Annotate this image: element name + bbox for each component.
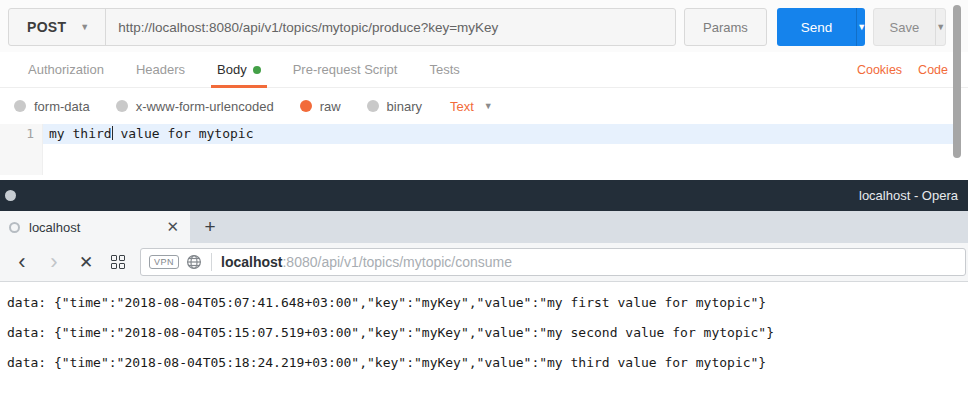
- request-url-input[interactable]: http://localhost:8080/api/v1/topics/myto…: [106, 9, 675, 45]
- radio-selected-icon: [300, 100, 312, 112]
- tab-authorization[interactable]: Authorization: [12, 52, 120, 88]
- window-title: localhost - Opera: [859, 188, 958, 203]
- opera-menu-icon[interactable]: [5, 190, 16, 201]
- radio-label: binary: [387, 99, 422, 114]
- send-button[interactable]: Send: [777, 8, 857, 46]
- method-url-group: POST ▼ http://localhost:8080/api/v1/topi…: [8, 8, 676, 46]
- cookies-link[interactable]: Cookies: [857, 63, 902, 77]
- opera-addressbar: ‹ › ✕ VPN localhost:8080/api: [0, 243, 968, 282]
- forward-button[interactable]: ›: [38, 246, 70, 278]
- radio-label: raw: [320, 99, 341, 114]
- editor-code-area[interactable]: my third value for mytopic: [43, 124, 968, 175]
- tab-tests[interactable]: Tests: [413, 52, 475, 88]
- editor-active-line[interactable]: my third value for mytopic: [43, 124, 954, 144]
- address-field[interactable]: VPN localhost:8080/api/v1/topics/mytopic…: [140, 248, 966, 276]
- speed-dial-grid-icon: [111, 255, 125, 269]
- body-editor[interactable]: 1 my third value for mytopic: [0, 124, 968, 175]
- editor-text: value for mytopic: [113, 126, 254, 141]
- forward-icon: ›: [50, 251, 57, 273]
- tab-title: localhost: [29, 220, 163, 235]
- tab-loading-spinner-icon: [9, 222, 20, 233]
- postman-window: POST ▼ http://localhost:8080/api/v1/topi…: [0, 0, 968, 180]
- tab-body[interactable]: Body: [201, 52, 277, 88]
- raw-type-dropdown[interactable]: Text ▼: [450, 99, 493, 114]
- sse-data-line: data: {"time":"2018-08-04T05:15:07.519+0…: [7, 322, 968, 352]
- vpn-badge[interactable]: VPN: [149, 255, 179, 269]
- tab-label: Body: [217, 62, 247, 77]
- save-button-group: Save ▼: [873, 8, 946, 46]
- new-tab-button[interactable]: +: [190, 211, 230, 243]
- chevron-down-icon: ▼: [484, 101, 493, 111]
- sse-data-line: data: {"time":"2018-08-04T05:18:24.219+0…: [7, 352, 968, 382]
- editor-gutter: 1: [0, 124, 43, 175]
- params-button[interactable]: Params: [684, 8, 767, 46]
- request-url-bar: POST ▼ http://localhost:8080/api/v1/topi…: [0, 0, 968, 52]
- opera-tabbar: localhost ✕ +: [0, 211, 968, 243]
- browser-tab-localhost[interactable]: localhost ✕: [0, 211, 190, 243]
- sse-data-line: data: {"time":"2018-08-04T05:07:41.648+0…: [7, 292, 968, 322]
- chevron-down-icon: ▼: [936, 22, 945, 32]
- method-label: POST: [27, 19, 66, 35]
- line-number: 1: [26, 126, 34, 141]
- tabs-right-links: Cookies Code: [857, 63, 956, 77]
- save-button[interactable]: Save: [874, 9, 936, 45]
- send-options-button[interactable]: ▼: [856, 8, 864, 46]
- address-divider: [211, 253, 212, 271]
- globe-icon: [186, 254, 202, 270]
- raw-type-label: Text: [450, 99, 474, 114]
- radio-raw[interactable]: raw: [300, 99, 341, 114]
- chevron-down-icon: ▼: [80, 22, 89, 32]
- opera-window: localhost - Opera localhost ✕ + ‹ › ✕ VP…: [0, 180, 968, 382]
- address-url: localhost:8080/api/v1/topics/mytopic/con…: [221, 254, 512, 270]
- close-tab-icon[interactable]: ✕: [163, 218, 182, 236]
- editor-text: my third: [49, 126, 112, 141]
- scrollbar-thumb[interactable]: [953, 5, 961, 158]
- screen: POST ▼ http://localhost:8080/api/v1/topi…: [0, 0, 968, 403]
- save-options-button[interactable]: ▼: [935, 9, 945, 45]
- chevron-down-icon: ▼: [857, 22, 864, 32]
- radio-label: form-data: [34, 99, 90, 114]
- code-link[interactable]: Code: [918, 63, 948, 77]
- radio-label: x-www-form-urlencoded: [136, 99, 274, 114]
- request-tabs: Authorization Headers Body Pre-request S…: [0, 52, 968, 88]
- back-icon: ‹: [18, 251, 25, 273]
- body-type-selector: form-data x-www-form-urlencoded raw bina…: [0, 88, 968, 124]
- address-host: localhost: [221, 254, 282, 270]
- stop-reload-button[interactable]: ✕: [70, 246, 102, 278]
- radio-form-data[interactable]: form-data: [14, 99, 90, 114]
- speed-dial-button[interactable]: [102, 246, 134, 278]
- tab-label: Tests: [429, 62, 459, 77]
- radio-x-www-form-urlencoded[interactable]: x-www-form-urlencoded: [116, 99, 274, 114]
- page-content: data: {"time":"2018-08-04T05:07:41.648+0…: [0, 282, 968, 382]
- method-selector[interactable]: POST ▼: [9, 9, 106, 45]
- opera-titlebar: localhost - Opera: [0, 180, 968, 211]
- address-path: :8080/api/v1/topics/mytopic/consume: [282, 254, 512, 270]
- tab-headers[interactable]: Headers: [120, 52, 201, 88]
- tab-pre-request-script[interactable]: Pre-request Script: [277, 52, 414, 88]
- radio-binary[interactable]: binary: [367, 99, 422, 114]
- radio-icon: [14, 100, 26, 112]
- tab-label: Pre-request Script: [293, 62, 398, 77]
- radio-icon: [367, 100, 379, 112]
- back-button[interactable]: ‹: [6, 246, 38, 278]
- send-button-group: Send ▼: [777, 8, 865, 46]
- tab-label: Headers: [136, 62, 185, 77]
- radio-icon: [116, 100, 128, 112]
- body-filled-dot-icon: [253, 66, 261, 74]
- tab-label: Authorization: [28, 62, 104, 77]
